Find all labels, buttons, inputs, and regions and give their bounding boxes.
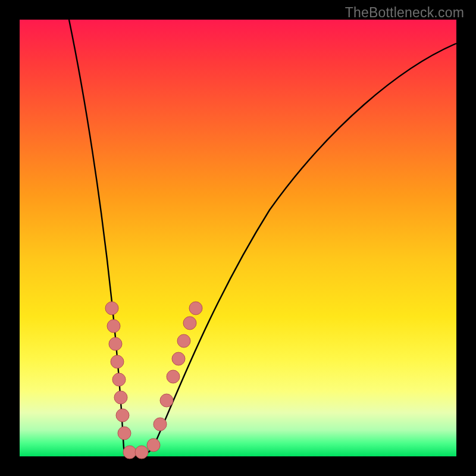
- data-marker: [160, 394, 173, 407]
- data-marker: [109, 337, 122, 350]
- chart-svg: [20, 20, 456, 456]
- curve-right: [128, 43, 456, 456]
- data-marker: [105, 302, 118, 315]
- data-marker: [172, 352, 185, 365]
- data-marker: [147, 439, 160, 452]
- data-marker: [111, 355, 124, 368]
- data-marker: [114, 391, 127, 404]
- data-marker: [112, 373, 126, 386]
- chart-plot-area: [20, 20, 456, 456]
- data-marker: [167, 370, 180, 383]
- data-marker: [118, 427, 131, 440]
- data-marker: [183, 317, 196, 330]
- data-marker: [189, 302, 202, 315]
- watermark-text: TheBottleneck.com: [345, 5, 464, 21]
- data-marker: [177, 334, 190, 347]
- data-marker: [154, 418, 167, 431]
- chart-frame: TheBottleneck.com: [0, 0, 476, 476]
- data-marker: [107, 320, 120, 333]
- data-marker: [123, 446, 136, 459]
- data-marker: [135, 446, 148, 459]
- curve-left: [69, 20, 128, 455]
- marker-group: [105, 302, 202, 459]
- data-marker: [116, 409, 129, 422]
